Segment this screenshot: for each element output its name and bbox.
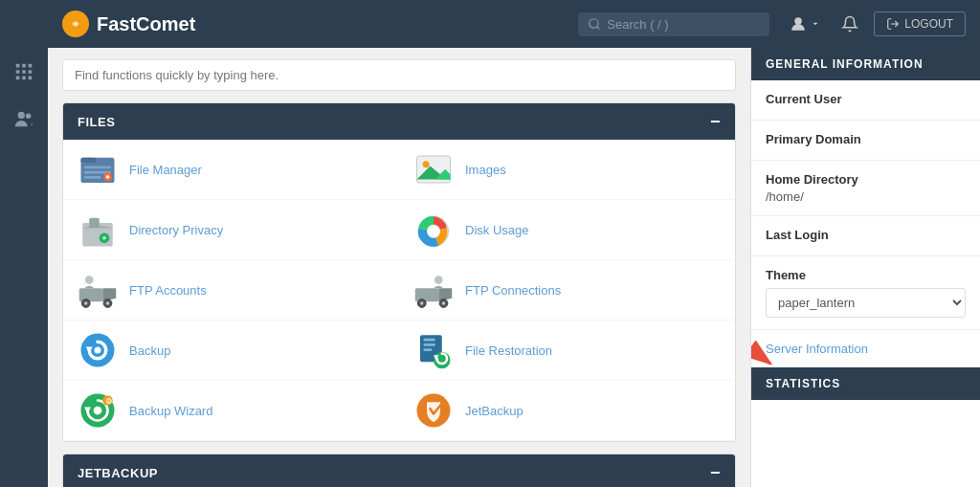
file-manager-icon — [78, 149, 118, 189]
svg-point-39 — [84, 301, 88, 305]
search-icon — [588, 17, 601, 31]
svg-rect-43 — [415, 288, 439, 301]
statistics-header: STATISTICS — [751, 367, 980, 400]
svg-point-52 — [95, 347, 101, 354]
jetbackup-label: JetBackup — [465, 404, 523, 418]
svg-rect-7 — [22, 77, 26, 80]
images-icon — [413, 149, 454, 189]
body-row: FILES − — [48, 48, 980, 487]
file-manager-item[interactable]: File Manager — [63, 140, 399, 200]
file-restoration-icon — [413, 330, 454, 370]
current-user-label: Current User — [766, 92, 966, 106]
left-sidebar — [0, 0, 48, 487]
svg-rect-36 — [79, 288, 103, 301]
header: FastComet — [48, 0, 980, 48]
logo-text: FastComet — [97, 13, 195, 35]
svg-point-9 — [18, 112, 25, 119]
right-sidebar: GENERAL INFORMATION Current User Primary… — [750, 48, 980, 487]
current-user-row: Current User — [751, 80, 980, 121]
general-info-title: GENERAL INFORMATION — [766, 57, 924, 71]
theme-select[interactable]: paper_lantern — [766, 288, 966, 318]
ftp-accounts-label: FTP Accounts — [129, 283, 207, 298]
svg-point-48 — [442, 301, 446, 305]
jetbackup-collapse-button[interactable]: − — [710, 464, 721, 481]
server-info-container: Server Information — [751, 330, 980, 367]
jetbackup-section-title: JETBACKUP — [78, 466, 158, 480]
statistics-title: STATISTICS — [766, 377, 840, 390]
general-info-header: GENERAL INFORMATION — [751, 48, 980, 80]
file-restoration-item[interactable]: File Restoration — [399, 321, 735, 381]
user-menu-button[interactable] — [784, 11, 826, 36]
logo-circle — [62, 11, 89, 37]
svg-point-12 — [590, 19, 598, 28]
home-directory-label: Home Directory — [766, 172, 966, 187]
files-section: FILES − — [62, 102, 736, 442]
svg-rect-30 — [89, 218, 100, 229]
ftp-connections-item[interactable]: FTP Connections — [399, 260, 735, 321]
sidebar-grid-icon[interactable] — [0, 48, 48, 96]
backup-icon — [78, 330, 118, 370]
images-label: Images — [465, 163, 506, 177]
ftp-connections-icon — [413, 270, 454, 310]
svg-rect-56 — [424, 348, 433, 351]
primary-domain-row: Primary Domain — [751, 121, 980, 161]
sidebar-users-icon[interactable] — [0, 96, 48, 144]
directory-privacy-label: Directory Privacy — [129, 223, 223, 237]
files-collapse-button[interactable]: − — [710, 113, 721, 130]
file-manager-label: File Manager — [129, 163, 202, 177]
backup-label: Backup — [129, 343, 170, 358]
backup-wizard-icon: ⚙ — [78, 390, 118, 431]
images-item[interactable]: Images — [399, 140, 735, 200]
theme-row: Theme paper_lantern — [751, 256, 980, 330]
logout-button[interactable]: LOGOUT — [874, 11, 966, 36]
quick-find-input[interactable] — [62, 59, 736, 91]
jetbackup-item[interactable]: JetBackup — [399, 381, 735, 441]
dir-privacy-icon — [78, 210, 118, 250]
svg-rect-4 — [22, 70, 26, 74]
svg-point-26 — [423, 161, 430, 167]
search-input[interactable] — [607, 17, 760, 32]
backup-wizard-item[interactable]: ⚙ Backup Wizard — [63, 381, 399, 441]
server-information-link[interactable]: Server Information — [751, 330, 980, 367]
last-login-label: Last Login — [766, 228, 966, 242]
svg-rect-54 — [424, 339, 435, 342]
svg-rect-2 — [29, 64, 33, 68]
disk-usage-label: Disk Usage — [465, 223, 528, 237]
svg-rect-8 — [29, 77, 33, 80]
ftp-connections-label: FTP Connections — [465, 283, 561, 298]
jetbackup-section: JETBACKUP − — [62, 454, 736, 487]
svg-rect-17 — [81, 158, 97, 163]
jetbackup-icon — [413, 390, 454, 431]
home-directory-value: /home/ — [766, 189, 804, 204]
disk-usage-item[interactable]: Disk Usage — [399, 200, 735, 260]
chevron-down-icon — [811, 19, 820, 29]
logout-icon — [886, 17, 900, 31]
svg-rect-1 — [22, 64, 26, 68]
ftp-accounts-item[interactable]: FTP Accounts — [63, 260, 399, 321]
svg-point-14 — [795, 17, 803, 25]
primary-domain-label: Primary Domain — [766, 132, 966, 146]
bell-icon — [841, 15, 858, 33]
svg-rect-5 — [29, 70, 33, 74]
svg-point-35 — [427, 225, 440, 238]
directory-privacy-item[interactable]: Directory Privacy — [63, 200, 399, 260]
theme-label: Theme — [766, 268, 966, 282]
svg-rect-18 — [84, 166, 111, 169]
svg-line-13 — [597, 27, 600, 30]
home-directory-row: Home Directory /home/ — [751, 161, 980, 216]
svg-rect-55 — [424, 343, 435, 346]
content-area: FILES − — [48, 48, 750, 487]
svg-rect-20 — [84, 176, 101, 179]
user-icon — [790, 15, 807, 33]
files-section-header: FILES − — [63, 103, 735, 140]
files-grid: File Manager — [63, 140, 735, 441]
svg-point-61 — [94, 407, 102, 415]
header-logo: FastComet — [62, 11, 578, 37]
svg-point-41 — [106, 301, 110, 305]
ftp-accounts-icon — [78, 270, 118, 310]
svg-point-33 — [103, 236, 106, 239]
notification-button[interactable] — [835, 11, 864, 36]
header-search-box[interactable] — [578, 12, 769, 36]
backup-item[interactable]: Backup — [63, 321, 399, 381]
files-section-title: FILES — [78, 115, 115, 129]
